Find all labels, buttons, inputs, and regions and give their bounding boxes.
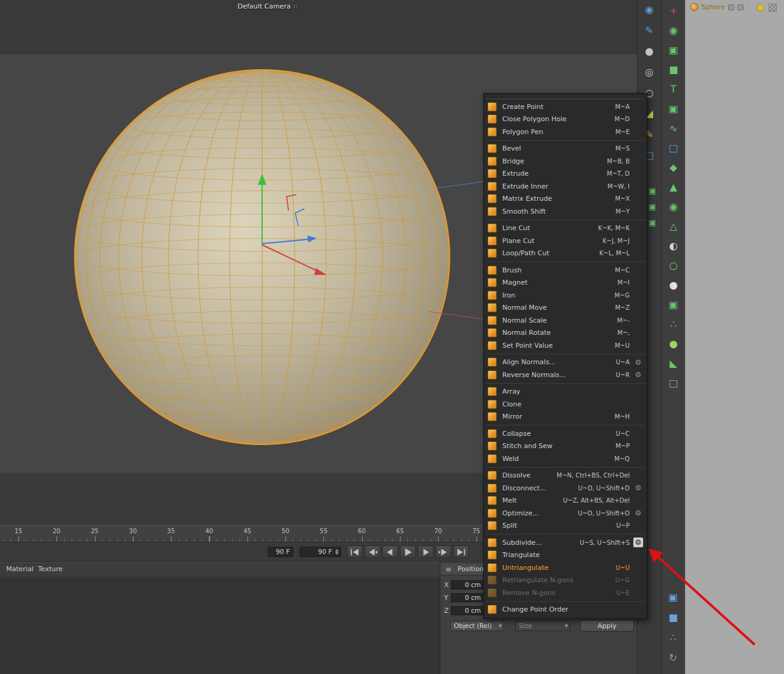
menu-item-create-point[interactable]: Create PointM~A [484,100,647,113]
panel-menu-icon[interactable]: ≡ [445,564,451,575]
menu-item-matrix-extrude[interactable]: Matrix ExtrudeM~X [484,193,647,206]
menu-item-weld[interactable]: WeldM~Q [484,452,647,465]
play-button[interactable] [400,545,416,558]
spring-object-icon[interactable]: ∿ [665,120,683,137]
menu-item-stitch-and-sew[interactable]: Stitch and SewM~P [484,440,647,453]
position-z-input[interactable]: 0 cm [451,606,484,615]
align-normals-gear-icon[interactable]: ⚙ [633,358,643,367]
cube-stack-icon[interactable]: ▣ [665,296,683,313]
menu-item-normal-move[interactable]: Normal MoveM~Z [484,302,647,315]
optimize-gear-icon[interactable]: ⚙ [633,508,643,518]
menu-item-brush[interactable]: BrushM~C [484,264,647,277]
menu-item-mirror[interactable]: MirrorM~H [484,411,647,424]
object-row-sphere[interactable]: Sphere ∶ [690,3,748,11]
go-to-next-key-button[interactable] [435,545,451,558]
menu-item-close-polygon-hole[interactable]: Close Polygon HoleM~D [484,113,647,126]
layer-color-icon[interactable] [757,4,764,11]
menu-item-extrude[interactable]: ExtrudeM~T, D [484,168,647,181]
menu-item-change-point-order[interactable]: Change Point Order [484,604,647,616]
menu-item-normal-scale[interactable]: Normal ScaleM~- [484,314,647,327]
position-x-input[interactable]: 0 cm [451,580,484,590]
menu-item-disconnect[interactable]: Disconnect...U~D, U~Shift+D⚙ [484,482,647,495]
menu-item-bevel[interactable]: BevelM~S [484,143,647,155]
menu-item-split[interactable]: SplitU~P [484,520,647,533]
disconnect-gear-icon[interactable]: ⚙ [633,483,643,493]
menu-item-loop-path-cut[interactable]: Loop/Path CutK~L, M~L [484,247,647,260]
wedge-object-icon[interactable]: ◣ [665,355,683,372]
menu-item-optimize[interactable]: Optimize...U~O, U~Shift+O⚙ [484,507,647,520]
figure-object-icon[interactable]: ▲ [665,179,683,195]
cube-array-icon[interactable]: ▣ [665,100,683,117]
point-cloud-icon[interactable]: ∴ [665,316,683,332]
sphere-object-icon[interactable]: ● [665,277,683,293]
tab-material[interactable]: Material [6,565,34,573]
menu-item-bridge[interactable]: BridgeM~B, B [484,155,647,168]
go-to-previous-frame-button[interactable] [382,545,398,558]
plane-object-icon[interactable]: □ [665,375,683,391]
boolean-object-icon[interactable]: ◐ [665,238,683,254]
menu-item-line-cut[interactable]: Line CutK~K, M~K [484,222,647,235]
frame-spinner-up-icon[interactable] [335,549,339,552]
size-dropdown[interactable]: Size ▾ [515,621,570,631]
geodesic-sphere-icon[interactable]: ◉ [665,198,683,215]
menu-item-clone[interactable]: Clone [484,398,647,411]
tab-texture[interactable]: Texture [38,565,62,573]
menu-item-plane-cut[interactable]: Plane CutK~J, M~J [484,234,647,247]
menu-item-subdivide[interactable]: Subdivide...U~S, U~Shift+S⚙ [484,536,647,549]
weight-paint-tool-icon[interactable]: ✎ [640,22,658,39]
go-to-start-button[interactable] [347,545,363,558]
menu-item-iron[interactable]: IronM~G [484,289,647,302]
wireframe-sphere-icon[interactable]: ◉ [665,22,683,39]
array-icon [488,387,497,396]
visibility-dots-icon[interactable]: ∶ [747,4,748,10]
protractor-icon[interactable]: □ [665,140,683,156]
menu-item-reverse-normals[interactable]: Reverse Normals...U~R⚙ [484,369,647,381]
text-primitive-icon[interactable]: T [665,81,683,97]
object-mode-icon[interactable]: ■ [664,609,682,626]
sphere-cluster-icon[interactable]: ◎ [640,64,658,80]
menu-item-polygon-pen[interactable]: Polygon PenM~E [484,125,647,138]
subdivide-gear-icon[interactable]: ⚙ [633,537,643,547]
menu-item-normal-rotate[interactable]: Normal RotateM~, [484,327,647,340]
menu-item-dissolve[interactable]: DissolveM~N, Ctrl+BS, Ctrl+Del [484,470,647,482]
go-to-next-frame-button[interactable] [418,545,434,558]
frame-spinner-down-icon[interactable] [335,552,339,555]
menu-item-extrude-inner[interactable]: Extrude InnerM~W, I [484,180,647,193]
lathe-object-icon[interactable]: ◆ [665,159,683,176]
menu-item-magnet[interactable]: MagnetM~I [484,277,647,290]
texture-toggle-icon[interactable] [737,4,744,10]
blob-object-icon[interactable]: ● [665,335,683,352]
apply-button[interactable]: Apply [580,620,634,632]
menu-item-triangulate[interactable]: Triangulate [484,549,647,562]
viewport-camera-label[interactable]: Default Camera ∷ [238,2,298,10]
sphere-primitive-icon[interactable]: ● [640,43,658,59]
axis-tool-icon[interactable]: + [665,2,683,19]
pyramid-object-icon[interactable]: △ [665,218,683,234]
reverse-normals-gear-icon[interactable]: ⚙ [633,370,643,380]
end-frame-field[interactable]: 90 F [268,547,293,557]
joint-tool-icon[interactable]: ◉ [640,1,658,18]
wireframe-cube-icon[interactable]: ▣ [665,42,683,58]
go-to-previous-key-button[interactable] [364,545,380,558]
point-mode-icon[interactable]: ∴ [664,629,682,646]
menu-item-untriangulate[interactable]: UntriangulateU~U [484,561,647,574]
menu-item-array[interactable]: Array [484,386,647,399]
capsule-object-icon[interactable]: ○ [665,257,683,274]
menu-item-set-point-value[interactable]: Set Point ValueM~U [484,339,647,352]
go-to-end-button[interactable] [453,545,469,558]
menu-tear-off-handle[interactable] [487,95,644,99]
current-frame-field[interactable]: 90 F [300,547,341,557]
rotate-mode-icon[interactable]: ↻ [664,650,682,666]
viewport-upper-area[interactable] [0,0,637,54]
position-y-input[interactable]: 0 cm [451,593,484,602]
menu-item-melt[interactable]: MeltU~Z, Alt+BS, Alt+Del [484,495,647,507]
cube-primitive-icon[interactable]: ■ [665,61,683,78]
layer-toggle-icon[interactable] [728,4,734,10]
camera-options-icon[interactable]: ∷ [294,4,298,10]
menu-item-align-normals[interactable]: Align Normals...U~A⚙ [484,356,647,369]
coordinate-mode-dropdown[interactable]: Object (Rel) ▾ [450,621,504,631]
menu-item-collapse[interactable]: CollapseU~C [484,427,647,440]
model-mode-icon[interactable]: ▣ [664,589,682,605]
alpha-grid-icon[interactable] [769,4,777,12]
menu-item-smooth-shift[interactable]: Smooth ShiftM~Y [484,205,647,218]
